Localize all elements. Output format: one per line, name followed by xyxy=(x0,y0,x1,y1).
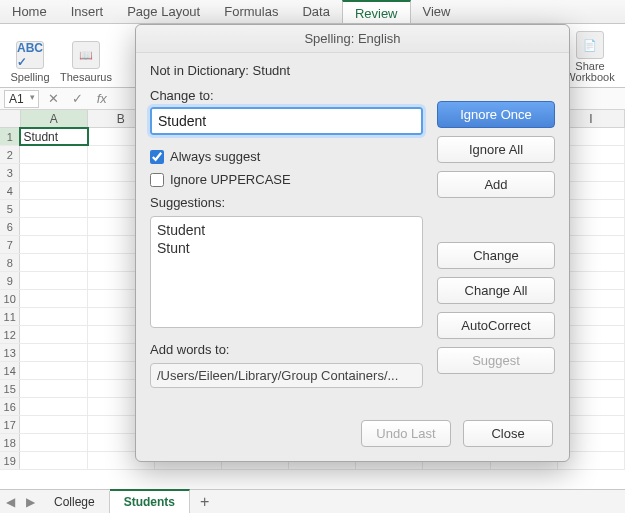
row-header[interactable]: 14 xyxy=(0,362,20,379)
spelling-label: Spelling xyxy=(10,71,49,83)
cell-a1[interactable]: Studnt xyxy=(20,128,87,145)
select-all-corner[interactable] xyxy=(0,110,21,127)
dictionary-path-field[interactable]: /Users/Eileen/Library/Group Containers/.… xyxy=(150,363,423,388)
col-header[interactable]: A xyxy=(21,110,88,127)
spelling-button[interactable]: ABC✓ Spelling xyxy=(6,28,54,83)
row-header[interactable]: 19 xyxy=(0,452,20,469)
tab-pagelayout[interactable]: Page Layout xyxy=(115,0,212,23)
row-header[interactable]: 10 xyxy=(0,290,20,307)
cell[interactable] xyxy=(20,254,87,271)
cell[interactable] xyxy=(20,380,87,397)
change-to-input[interactable] xyxy=(150,107,423,135)
autocorrect-button[interactable]: AutoCorrect xyxy=(437,312,555,339)
cell[interactable] xyxy=(20,434,87,451)
ignore-uppercase-checkbox[interactable]: Ignore UPPERCASE xyxy=(150,172,423,187)
row-header[interactable]: 3 xyxy=(0,164,20,181)
cell[interactable] xyxy=(20,146,87,163)
ignore-once-button[interactable]: Ignore Once xyxy=(437,101,555,128)
row-header[interactable]: 15 xyxy=(0,380,20,397)
add-sheet-button[interactable]: + xyxy=(190,493,219,511)
always-suggest-check[interactable] xyxy=(150,150,164,164)
not-in-dictionary-label: Not in Dictionary: Studnt xyxy=(150,63,423,78)
suggestion-item[interactable]: Stunt xyxy=(157,239,416,257)
row-header[interactable]: 13 xyxy=(0,344,20,361)
row-header[interactable]: 18 xyxy=(0,434,20,451)
cell[interactable] xyxy=(20,164,87,181)
cancel-icon[interactable]: ✕ xyxy=(45,91,63,106)
tab-insert[interactable]: Insert xyxy=(59,0,116,23)
ribbon-group-proofing: ABC✓ Spelling 📖 Thesaurus xyxy=(6,28,110,83)
row-header[interactable]: 8 xyxy=(0,254,20,271)
row-header[interactable]: 2 xyxy=(0,146,20,163)
change-button[interactable]: Change xyxy=(437,242,555,269)
add-words-label: Add words to: xyxy=(150,342,423,357)
cell[interactable] xyxy=(20,308,87,325)
row-header[interactable]: 1 xyxy=(0,128,20,145)
fx-icon[interactable]: fx xyxy=(93,91,111,106)
share-label: ShareWorkbook xyxy=(565,61,614,83)
add-button[interactable]: Add xyxy=(437,171,555,198)
tab-review[interactable]: Review xyxy=(342,0,411,23)
close-button[interactable]: Close xyxy=(463,420,553,447)
ignore-uppercase-check[interactable] xyxy=(150,173,164,187)
cell[interactable] xyxy=(20,398,87,415)
always-suggest-checkbox[interactable]: Always suggest xyxy=(150,149,423,164)
cell[interactable] xyxy=(20,416,87,433)
suggest-button: Suggest xyxy=(437,347,555,374)
cell[interactable] xyxy=(20,290,87,307)
row-header[interactable]: 4 xyxy=(0,182,20,199)
share-icon: 📄 xyxy=(576,31,604,59)
change-to-label: Change to: xyxy=(150,88,423,103)
cell[interactable] xyxy=(20,362,87,379)
row-header[interactable]: 16 xyxy=(0,398,20,415)
cell[interactable] xyxy=(20,344,87,361)
row-header[interactable]: 11 xyxy=(0,308,20,325)
sheet-nav-prev-icon[interactable]: ◀ xyxy=(0,495,20,509)
row-header[interactable]: 6 xyxy=(0,218,20,235)
thesaurus-icon: 📖 xyxy=(72,41,100,69)
cell[interactable] xyxy=(20,200,87,217)
thesaurus-label: Thesaurus xyxy=(60,71,112,83)
tab-view[interactable]: View xyxy=(411,0,463,23)
tab-formulas[interactable]: Formulas xyxy=(212,0,290,23)
undo-last-button: Undo Last xyxy=(361,420,451,447)
suggestions-list[interactable]: Student Stunt xyxy=(150,216,423,328)
cell[interactable] xyxy=(20,326,87,343)
tab-data[interactable]: Data xyxy=(290,0,341,23)
sheet-tab-bar: ◀ ▶ College Students + xyxy=(0,489,625,513)
enter-icon[interactable]: ✓ xyxy=(69,91,87,106)
suggestion-item[interactable]: Student xyxy=(157,221,416,239)
row-header[interactable]: 5 xyxy=(0,200,20,217)
change-all-button[interactable]: Change All xyxy=(437,277,555,304)
row-header[interactable]: 9 xyxy=(0,272,20,289)
suggestions-label: Suggestions: xyxy=(150,195,423,210)
spelling-icon: ABC✓ xyxy=(16,41,44,69)
ribbon-tabs: Home Insert Page Layout Formulas Data Re… xyxy=(0,0,625,24)
thesaurus-button[interactable]: 📖 Thesaurus xyxy=(62,28,110,83)
row-header[interactable]: 12 xyxy=(0,326,20,343)
cell[interactable] xyxy=(20,182,87,199)
cell[interactable] xyxy=(20,236,87,253)
spelling-dialog: Spelling: English Not in Dictionary: Stu… xyxy=(135,24,570,462)
tab-home[interactable]: Home xyxy=(0,0,59,23)
ignore-all-button[interactable]: Ignore All xyxy=(437,136,555,163)
cell[interactable] xyxy=(20,452,87,469)
row-header[interactable]: 7 xyxy=(0,236,20,253)
sheet-tab-students[interactable]: Students xyxy=(110,489,190,513)
name-box[interactable]: A1 xyxy=(4,90,39,108)
sheet-nav-next-icon[interactable]: ▶ xyxy=(20,495,40,509)
sheet-tab-college[interactable]: College xyxy=(40,491,110,513)
cell[interactable] xyxy=(20,218,87,235)
row-header[interactable]: 17 xyxy=(0,416,20,433)
cell[interactable] xyxy=(20,272,87,289)
dialog-title: Spelling: English xyxy=(136,25,569,53)
